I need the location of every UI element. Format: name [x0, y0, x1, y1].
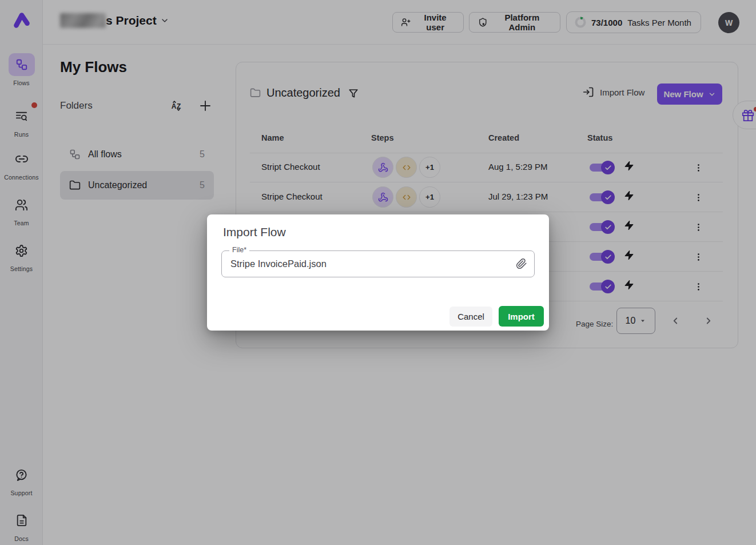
- import-label: Import: [508, 312, 535, 321]
- dialog-title: Import Flow: [223, 225, 286, 239]
- import-flow-dialog: Import Flow File* Stripe InvoicePaid.jso…: [207, 214, 549, 331]
- app-window: Flows Runs Connections Team Set: [0, 0, 756, 545]
- file-input-value: Stripe InvoicePaid.json: [230, 258, 327, 269]
- paperclip-icon[interactable]: [516, 258, 527, 269]
- file-input[interactable]: File* Stripe InvoicePaid.json: [221, 250, 535, 277]
- cancel-button[interactable]: Cancel: [449, 307, 492, 327]
- import-button[interactable]: Import: [499, 306, 544, 327]
- file-input-label: File*: [229, 246, 249, 254]
- cancel-label: Cancel: [457, 312, 484, 321]
